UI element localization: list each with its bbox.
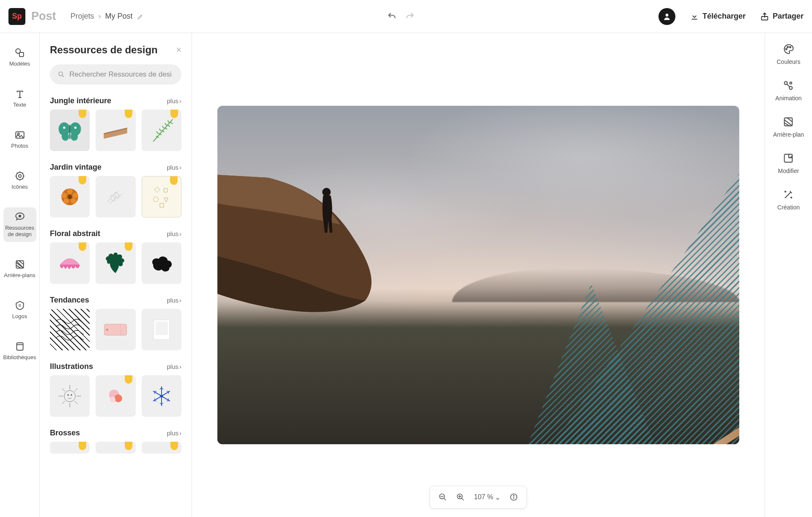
asset-thumb-green-leaf[interactable] bbox=[96, 242, 135, 284]
breadcrumb-root[interactable]: Projets bbox=[71, 12, 94, 21]
asset-thumb-sun-face[interactable] bbox=[50, 375, 90, 417]
background-icon bbox=[782, 116, 794, 128]
avatar[interactable] bbox=[658, 8, 675, 25]
backgrounds-icon bbox=[14, 259, 25, 270]
flower-icon bbox=[56, 182, 84, 212]
svg-point-50 bbox=[106, 328, 108, 330]
tool-models[interactable]: Modèles bbox=[3, 43, 36, 72]
asset-thumb-leaves-sketch[interactable] bbox=[96, 176, 135, 217]
svg-line-30 bbox=[165, 123, 167, 125]
tool-icons[interactable]: Icônes bbox=[3, 166, 36, 195]
tool-backgrounds[interactable]: Arrière-plans bbox=[3, 255, 36, 283]
tool-text[interactable]: Texte bbox=[3, 84, 36, 113]
tool-icons-label: Icônes bbox=[11, 184, 27, 190]
chevron-right-icon: › bbox=[179, 297, 181, 304]
share-button[interactable]: Partager bbox=[760, 12, 804, 21]
asset-thumb-brush-b[interactable] bbox=[96, 442, 135, 454]
tool-design-assets[interactable]: Ressources de design bbox=[3, 207, 36, 242]
svg-point-18 bbox=[63, 126, 65, 129]
pencil-icon[interactable] bbox=[137, 13, 144, 20]
asset-section-more[interactable]: plus› bbox=[167, 230, 181, 237]
photos-icon bbox=[14, 129, 25, 140]
asset-section-more[interactable]: plus› bbox=[167, 164, 181, 171]
svg-marker-43 bbox=[155, 187, 160, 192]
asset-thumb-wave-pattern[interactable] bbox=[50, 309, 90, 350]
svg-line-74 bbox=[444, 498, 446, 500]
icons-icon bbox=[14, 170, 25, 182]
svg-point-71 bbox=[322, 188, 331, 196]
search-icon bbox=[58, 71, 65, 78]
download-label: Télécharger bbox=[702, 12, 746, 21]
asset-thumb-wood-plank[interactable] bbox=[96, 110, 135, 151]
leaf-icon bbox=[102, 249, 129, 278]
asset-section-floral: Floral abstrait plus› bbox=[50, 229, 181, 284]
right-colors[interactable]: Couleurs bbox=[776, 43, 800, 65]
svg-point-53 bbox=[64, 390, 75, 402]
asset-thumb-pink-blossom[interactable] bbox=[96, 375, 135, 417]
asset-thumb-brush-a[interactable] bbox=[50, 442, 90, 454]
asset-section-brosses: Brosses plus› bbox=[50, 429, 181, 454]
info-icon[interactable] bbox=[510, 493, 518, 501]
svg-rect-1 bbox=[691, 19, 697, 19]
zoom-value-dropdown[interactable]: 107 % ⌄ bbox=[474, 493, 500, 501]
tool-libraries[interactable]: Bibliothèques bbox=[3, 337, 36, 365]
asset-thumb-paper-shapes[interactable] bbox=[142, 176, 181, 217]
asset-section-more[interactable]: plus› bbox=[167, 429, 181, 437]
svg-line-63 bbox=[62, 401, 65, 404]
svg-line-23 bbox=[170, 122, 173, 124]
tool-text-label: Texte bbox=[13, 102, 26, 108]
blossom-icon bbox=[102, 382, 129, 411]
undo-icon[interactable] bbox=[387, 11, 397, 22]
asset-thumb-snowflake[interactable] bbox=[142, 375, 181, 417]
asset-thumb-fern[interactable] bbox=[142, 110, 181, 151]
svg-point-66 bbox=[110, 396, 115, 402]
tool-photos-label: Photos bbox=[11, 143, 28, 149]
right-animation[interactable]: Animation bbox=[775, 80, 801, 102]
svg-point-17 bbox=[71, 132, 78, 141]
svg-point-39 bbox=[61, 192, 67, 198]
svg-rect-89 bbox=[785, 154, 793, 162]
right-creation[interactable]: Création bbox=[777, 189, 800, 211]
zoom-in-icon[interactable] bbox=[456, 493, 465, 501]
asset-section-more[interactable]: plus› bbox=[167, 97, 181, 104]
asset-section-title: Jungle intérieure bbox=[50, 96, 111, 105]
canvas-stage[interactable] bbox=[192, 33, 765, 517]
tool-photos[interactable]: Photos bbox=[3, 125, 36, 154]
artwork[interactable] bbox=[217, 106, 739, 444]
tool-logos[interactable]: B Logos bbox=[3, 296, 36, 324]
asset-thumb-brush-c[interactable] bbox=[142, 442, 181, 454]
asset-section-more[interactable]: plus› bbox=[167, 363, 181, 370]
right-background[interactable]: Arrière-plan bbox=[773, 116, 804, 138]
asset-thumb-butterfly[interactable] bbox=[50, 110, 90, 151]
user-icon bbox=[663, 12, 671, 21]
right-tool-rail: Couleurs Animation Arrière-plan Modifier… bbox=[765, 33, 812, 517]
download-button[interactable]: Télécharger bbox=[690, 12, 746, 21]
svg-line-31 bbox=[162, 126, 164, 128]
chevron-right-icon: › bbox=[179, 363, 181, 370]
chevron-right-icon: › bbox=[179, 429, 181, 437]
svg-point-16 bbox=[62, 132, 69, 141]
right-modify[interactable]: Modifier bbox=[778, 152, 799, 174]
asset-thumb-marigold[interactable] bbox=[50, 176, 90, 217]
svg-point-0 bbox=[666, 14, 669, 16]
asset-thumb-black-blob[interactable] bbox=[142, 242, 181, 284]
redo-icon[interactable] bbox=[405, 11, 415, 22]
asset-section-illustrations: Illustrations plus› bbox=[50, 362, 181, 417]
premium-badge-icon bbox=[125, 442, 132, 450]
asset-section-more[interactable]: plus› bbox=[167, 297, 181, 304]
assets-search-input[interactable] bbox=[69, 70, 174, 79]
svg-point-38 bbox=[63, 198, 69, 204]
assets-search[interactable] bbox=[50, 64, 181, 85]
zoom-out-icon[interactable] bbox=[439, 493, 447, 501]
palette-icon bbox=[783, 43, 795, 55]
asset-thumb-ticket[interactable] bbox=[96, 309, 135, 350]
artwork-cliff bbox=[217, 173, 391, 326]
close-icon[interactable]: × bbox=[176, 44, 181, 55]
premium-badge-icon bbox=[125, 375, 132, 384]
asset-thumb-polaroid[interactable] bbox=[142, 309, 181, 350]
asset-section-title: Illustrations bbox=[50, 362, 93, 371]
asset-section-title: Tendances bbox=[50, 296, 89, 305]
asset-thumb-pink-jelly[interactable] bbox=[50, 242, 90, 284]
breadcrumb-current[interactable]: My Post bbox=[105, 12, 133, 21]
app-logo: Sp bbox=[8, 8, 25, 25]
